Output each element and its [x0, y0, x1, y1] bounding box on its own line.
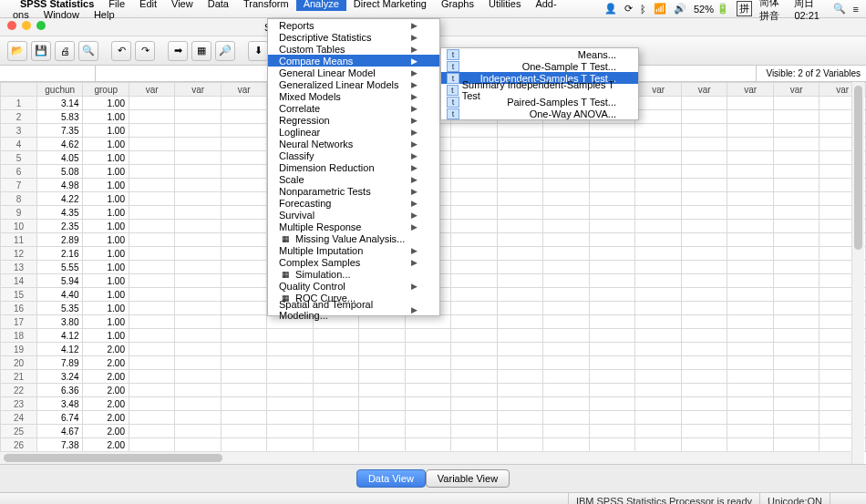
empty-cell[interactable] — [221, 274, 267, 288]
empty-cell[interactable] — [267, 329, 314, 343]
empty-cell[interactable] — [221, 370, 267, 384]
empty-cell[interactable] — [313, 356, 359, 370]
empty-cell[interactable] — [405, 370, 451, 384]
empty-cell[interactable] — [221, 356, 267, 370]
empty-cell[interactable] — [727, 302, 774, 315]
empty-cell[interactable] — [681, 274, 727, 288]
empty-cell[interactable] — [635, 165, 682, 179]
empty-cell[interactable] — [221, 97, 267, 110]
menu-item-scale[interactable]: Scale▶ — [268, 173, 439, 185]
menubar-item-data[interactable]: Data — [201, 0, 236, 11]
cell-group[interactable]: 1.00 — [83, 124, 129, 138]
clock[interactable]: 周日02:21 — [794, 0, 825, 21]
empty-cell[interactable] — [497, 370, 543, 384]
empty-cell[interactable] — [129, 151, 175, 165]
empty-cell[interactable] — [175, 192, 222, 206]
empty-cell[interactable] — [175, 110, 222, 124]
empty-cell[interactable] — [497, 179, 543, 192]
empty-cell[interactable] — [313, 411, 359, 425]
empty-cell[interactable] — [727, 329, 774, 343]
empty-cell[interactable] — [589, 206, 635, 220]
empty-cell[interactable] — [773, 329, 820, 343]
empty-cell[interactable] — [221, 165, 267, 179]
cell-guchun[interactable]: 5.08 — [36, 165, 83, 179]
table-row[interactable]: 173.801.00 — [1, 315, 866, 329]
menubar-item-view[interactable]: View — [164, 0, 201, 11]
empty-cell[interactable] — [773, 97, 820, 110]
menu-item-reports[interactable]: Reports▶ — [268, 19, 439, 31]
empty-cell[interactable] — [543, 425, 590, 438]
empty-cell[interactable] — [589, 384, 635, 397]
row-number[interactable]: 16 — [1, 302, 37, 315]
empty-cell[interactable] — [727, 288, 774, 302]
cell-guchun[interactable]: 4.12 — [36, 329, 83, 343]
empty-cell[interactable] — [635, 384, 682, 397]
analyze-menu[interactable]: Reports▶Descriptive Statistics▶Custom Ta… — [267, 18, 440, 316]
empty-cell[interactable] — [405, 315, 451, 329]
empty-cell[interactable] — [543, 411, 590, 425]
empty-cell[interactable] — [175, 220, 222, 233]
empty-cell[interactable] — [497, 220, 543, 233]
empty-cell[interactable] — [635, 329, 682, 343]
cell-guchun[interactable]: 4.40 — [36, 288, 83, 302]
cell-group[interactable]: 2.00 — [83, 411, 129, 425]
empty-cell[interactable] — [727, 274, 774, 288]
empty-cell[interactable] — [129, 370, 175, 384]
empty-cell[interactable] — [221, 124, 267, 138]
empty-cell[interactable] — [543, 220, 590, 233]
table-row[interactable]: 213.242.00 — [1, 370, 866, 384]
menubar-item-utilities[interactable]: Utilities — [481, 0, 528, 11]
empty-cell[interactable] — [635, 97, 682, 110]
empty-cell[interactable] — [681, 192, 727, 206]
empty-cell[interactable] — [451, 438, 498, 452]
empty-cell[interactable] — [175, 97, 222, 110]
empty-cell[interactable] — [543, 138, 590, 151]
empty-cell[interactable] — [175, 288, 222, 302]
empty-cell[interactable] — [589, 220, 635, 233]
empty-cell[interactable] — [221, 384, 267, 397]
empty-cell[interactable] — [267, 370, 314, 384]
empty-cell[interactable] — [635, 151, 682, 165]
empty-cell[interactable] — [497, 124, 543, 138]
cell-group[interactable]: 1.00 — [83, 247, 129, 261]
empty-cell[interactable] — [129, 220, 175, 233]
empty-cell[interactable] — [313, 397, 359, 411]
table-row[interactable]: 254.672.00 — [1, 425, 866, 438]
empty-cell[interactable] — [267, 438, 314, 452]
empty-cell[interactable] — [175, 315, 222, 329]
menu-item-spatial-and-temporal-modeling[interactable]: Spatial and Temporal Modeling...▶ — [268, 303, 439, 315]
empty-cell[interactable] — [635, 397, 682, 411]
empty-cell[interactable] — [589, 138, 635, 151]
empty-cell[interactable] — [681, 288, 727, 302]
ime-box[interactable]: 拼 — [737, 1, 752, 16]
empty-cell[interactable] — [129, 397, 175, 411]
menubar-item-analyze[interactable]: Analyze — [296, 0, 346, 11]
empty-cell[interactable] — [773, 124, 820, 138]
row-number[interactable]: 12 — [1, 247, 37, 261]
row-number[interactable]: 26 — [1, 438, 37, 452]
row-number[interactable]: 9 — [1, 206, 37, 220]
cell-group[interactable]: 1.00 — [83, 138, 129, 151]
empty-cell[interactable] — [129, 425, 175, 438]
empty-cell[interactable] — [727, 384, 774, 397]
empty-cell[interactable] — [451, 384, 498, 397]
cell-guchun[interactable]: 2.35 — [36, 220, 83, 233]
cell-guchun[interactable]: 4.98 — [36, 179, 83, 192]
column-header-guchun[interactable]: guchun — [36, 83, 83, 97]
bluetooth-icon[interactable]: ᛒ — [640, 4, 646, 15]
menu-item-compare-means[interactable]: Compare Means▶ — [268, 55, 439, 67]
row-number[interactable]: 4 — [1, 138, 37, 151]
empty-cell[interactable] — [727, 356, 774, 370]
empty-cell[interactable] — [589, 329, 635, 343]
empty-cell[interactable] — [727, 138, 774, 151]
column-header-empty[interactable]: var — [773, 83, 820, 97]
cell-guchun[interactable]: 6.74 — [36, 411, 83, 425]
empty-cell[interactable] — [543, 288, 590, 302]
empty-cell[interactable] — [681, 151, 727, 165]
empty-cell[interactable] — [451, 247, 498, 261]
cell-guchun[interactable]: 4.62 — [36, 138, 83, 151]
menu-item-general-linear-model[interactable]: General Linear Model▶ — [268, 67, 439, 78]
empty-cell[interactable] — [773, 151, 820, 165]
cell-group[interactable]: 2.00 — [83, 438, 129, 452]
insert-case-button[interactable]: ⬇ — [248, 41, 268, 61]
